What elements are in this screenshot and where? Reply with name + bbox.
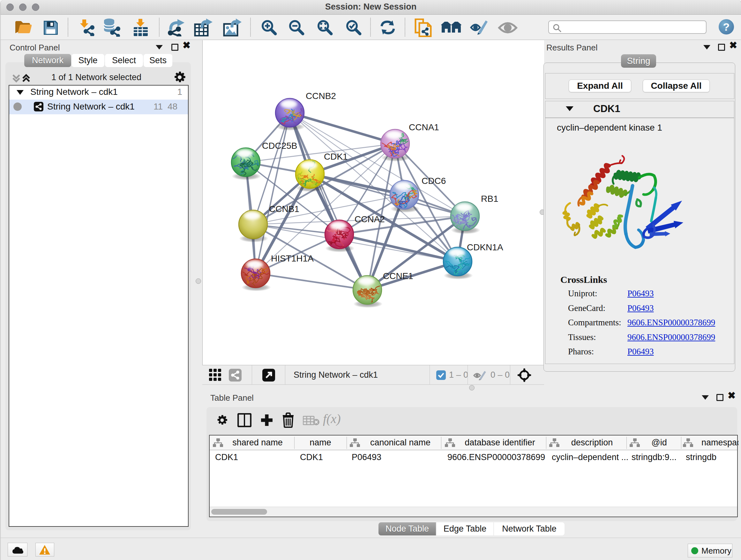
svg-text:CCNE1: CCNE1 [383, 271, 413, 281]
svg-text:CCNA2: CCNA2 [354, 214, 385, 224]
svg-text:CDK1: CDK1 [324, 152, 348, 162]
svg-text:RB1: RB1 [481, 194, 498, 204]
svg-text:CCNA1: CCNA1 [409, 122, 439, 132]
svg-text:CDKN1A: CDKN1A [467, 242, 503, 252]
svg-text:CCNB1: CCNB1 [269, 204, 299, 214]
svg-text:CDC25B: CDC25B [262, 141, 297, 151]
svg-text:CCNB2: CCNB2 [306, 91, 336, 101]
svg-text:HIST1H1A: HIST1H1A [271, 253, 314, 263]
svg-text:CDC6: CDC6 [421, 176, 446, 186]
